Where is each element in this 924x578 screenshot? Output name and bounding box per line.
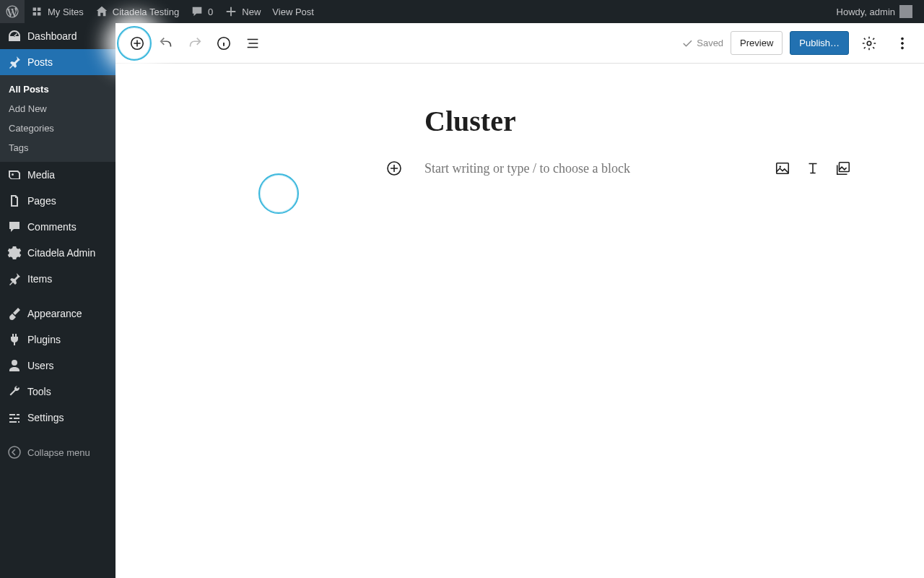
wp-logo[interactable] [0, 0, 25, 23]
svg-point-5 [902, 42, 904, 44]
settings-button[interactable] [856, 30, 882, 56]
menu-plugins[interactable]: Plugins [0, 327, 116, 353]
saved-label: Saved [697, 38, 723, 48]
publish-button[interactable]: Publish… [790, 31, 849, 55]
svg-point-4 [902, 38, 904, 40]
wrench-icon [7, 384, 22, 399]
menu-media-label: Media [27, 169, 55, 181]
comments-link[interactable]: 0 [185, 0, 219, 23]
image-block-shortcut[interactable] [774, 160, 791, 177]
pin-icon [7, 272, 22, 286]
view-post-link[interactable]: View Post [266, 0, 320, 23]
comments-count: 0 [208, 7, 213, 17]
info-button[interactable] [211, 30, 237, 56]
preview-button[interactable]: Preview [731, 31, 783, 55]
new-label: New [242, 7, 261, 17]
menu-appearance[interactable]: Appearance [0, 301, 116, 327]
menu-citadela-admin[interactable]: Citadela Admin [0, 240, 116, 266]
check-icon [681, 37, 694, 50]
plug-icon [7, 332, 22, 347]
menu-tools-label: Tools [27, 386, 51, 397]
outline-button[interactable] [240, 30, 266, 56]
post-title[interactable]: Cluster [424, 104, 924, 138]
avatar-icon [899, 5, 912, 18]
admin-sidebar: Dashboard Posts All Posts Add New Catego… [0, 23, 116, 578]
pages-icon [7, 194, 22, 208]
heading-block-shortcut[interactable] [804, 160, 821, 177]
my-sites-label: My Sites [48, 7, 84, 17]
plus-icon [225, 5, 237, 18]
editor-header: Saved Preview Publish… [116, 23, 924, 64]
menu-users-label: Users [27, 360, 54, 371]
menu-plugins-label: Plugins [27, 334, 61, 345]
undo-button[interactable] [153, 30, 179, 56]
svg-point-3 [867, 41, 871, 46]
howdy-label: Howdy, admin [837, 7, 895, 17]
add-block-button[interactable] [124, 30, 150, 56]
menu-settings-label: Settings [27, 412, 64, 423]
menu-pages-label: Pages [27, 195, 56, 207]
posts-submenu: All Posts Add New Categories Tags [0, 75, 116, 162]
block-placeholder[interactable]: Start writing or type / to choose a bloc… [424, 161, 774, 176]
admin-bar: My Sites Citadela Testing 0 New View Pos… [0, 0, 924, 23]
site-name-label: Citadela Testing [113, 7, 179, 17]
svg-rect-10 [840, 163, 850, 172]
editor-area: Saved Preview Publish… Cluster Start wri… [116, 23, 924, 578]
dashboard-icon [7, 29, 22, 43]
default-block: Start writing or type / to choose a bloc… [116, 158, 924, 178]
menu-items-label: Items [27, 273, 52, 285]
new-link[interactable]: New [219, 0, 266, 23]
collapse-icon [7, 445, 22, 460]
site-name-link[interactable]: Citadela Testing [90, 0, 185, 23]
gallery-block-shortcut[interactable] [834, 160, 852, 177]
saved-indicator: Saved [681, 37, 723, 50]
svg-point-6 [902, 46, 904, 48]
comment-icon [191, 5, 204, 18]
redo-button[interactable] [182, 30, 208, 56]
submenu-add-new[interactable]: Add New [0, 99, 116, 118]
menu-items[interactable]: Items [0, 266, 116, 292]
menu-comments[interactable]: Comments [0, 214, 116, 240]
menu-pages[interactable]: Pages [0, 188, 116, 214]
collapse-menu[interactable]: Collapse menu [0, 439, 116, 465]
view-post-label: View Post [272, 7, 314, 17]
comments-icon [7, 220, 22, 234]
media-icon [7, 168, 22, 182]
gear-icon [7, 246, 22, 260]
menu-media[interactable]: Media [0, 162, 116, 188]
menu-dashboard-label: Dashboard [27, 30, 77, 42]
inline-inserter-button[interactable] [384, 158, 404, 178]
menu-posts-label: Posts [27, 56, 53, 68]
menu-citadela-admin-label: Citadela Admin [27, 247, 95, 259]
brush-icon [7, 306, 22, 321]
post-body: Cluster Start writing or type / to choos… [116, 64, 924, 219]
sliders-icon [7, 410, 22, 425]
menu-settings[interactable]: Settings [0, 405, 116, 431]
submenu-categories[interactable]: Categories [0, 118, 116, 138]
home-icon [95, 5, 108, 18]
account-link[interactable]: Howdy, admin [831, 0, 918, 23]
pin-icon [7, 55, 22, 69]
menu-tools[interactable]: Tools [0, 379, 116, 405]
collapse-label: Collapse menu [27, 447, 90, 458]
block-shortcuts [774, 160, 852, 177]
svg-point-9 [780, 165, 782, 168]
menu-comments-label: Comments [27, 221, 77, 233]
wordpress-icon [6, 5, 19, 18]
menu-posts[interactable]: Posts [0, 49, 116, 75]
svg-point-0 [9, 447, 20, 458]
submenu-all-posts[interactable]: All Posts [0, 79, 116, 99]
menu-dashboard[interactable]: Dashboard [0, 23, 116, 49]
submenu-tags[interactable]: Tags [0, 138, 116, 158]
svg-rect-8 [777, 163, 789, 174]
menu-appearance-label: Appearance [27, 308, 82, 319]
multisite-icon [30, 5, 43, 18]
menu-users[interactable]: Users [0, 353, 116, 379]
user-icon [7, 358, 22, 373]
more-button[interactable] [889, 30, 915, 56]
my-sites-link[interactable]: My Sites [25, 0, 90, 23]
